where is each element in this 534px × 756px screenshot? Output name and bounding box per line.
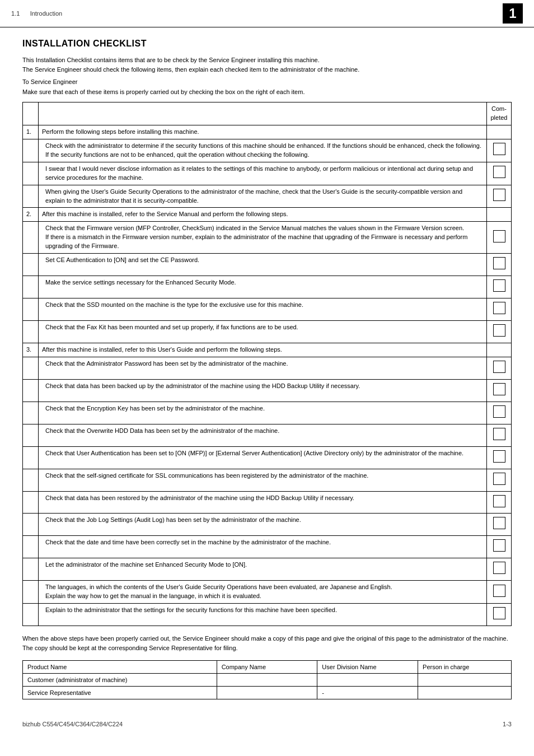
section-3-sub-5: Check that User Authentication has been … — [23, 446, 512, 469]
sub-2-5-text: Check that the Fax Kit has been mounted … — [39, 321, 487, 343]
section-3-sub-11: The languages, in which the contents of … — [23, 581, 512, 604]
sub-spacer — [23, 469, 39, 491]
sub-2-5-check — [487, 321, 512, 343]
info-person-header: Person in charge — [418, 661, 512, 674]
section-3-sub-10: Let the administrator of the machine set… — [23, 558, 512, 581]
sub-spacer — [23, 185, 39, 208]
customer-person — [418, 674, 512, 687]
make-sure-text: Make sure that each of these items is pr… — [22, 88, 512, 95]
sub-3-4-check — [487, 424, 512, 446]
sub-spacer — [23, 222, 39, 254]
section-2-header: 2. After this machine is installed, refe… — [23, 208, 512, 222]
checkbox — [493, 279, 505, 292]
section-2-num: 2. — [23, 208, 39, 222]
sub-2-2-text: Set CE Authentication to [ON] and set th… — [39, 254, 487, 276]
page-footer: bizhub C554/C454/C364/C284/C224 1-3 — [0, 716, 534, 732]
section-3-sub-4: Check that the Overwrite HDD Data has be… — [23, 424, 512, 446]
chapter-number: 1 — [503, 3, 523, 24]
sub-spacer — [23, 514, 39, 536]
sub-1-2-check — [487, 162, 512, 185]
intro-line-1: This Installation Checklist contains ite… — [22, 57, 359, 73]
service-company — [217, 687, 317, 699]
checkbox — [493, 562, 505, 574]
checkbox — [493, 539, 505, 552]
checkbox — [493, 361, 505, 373]
sub-2-4-check — [487, 298, 512, 321]
sub-3-3-text: Check that the Encryption Key has been s… — [39, 402, 487, 424]
section-2-text: After this machine is installed, refer t… — [39, 208, 487, 222]
sub-3-5-text: Check that User Authentication has been … — [39, 446, 487, 469]
sub-spacer — [23, 491, 39, 514]
sub-3-1-text: Check that the Administrator Password ha… — [39, 357, 487, 379]
sub-spacer — [23, 321, 39, 343]
service-person — [418, 687, 512, 699]
checkbox — [493, 230, 505, 242]
section-3-sub-3: Check that the Encryption Key has been s… — [23, 402, 512, 424]
section-3-sub-7: Check that data has been restored by the… — [23, 491, 512, 514]
page: 1.1 Introduction 1 INSTALLATION CHECKLIS… — [0, 0, 534, 756]
checkbox — [493, 189, 505, 201]
sub-3-5-check — [487, 446, 512, 469]
sub-3-10-text: Let the administrator of the machine set… — [39, 558, 487, 581]
model-info: bizhub C554/C454/C364/C284/C224 — [22, 721, 123, 727]
checkbox — [493, 473, 505, 485]
sub-spacer — [23, 162, 39, 185]
sub-3-7-text: Check that data has been restored by the… — [39, 491, 487, 514]
section-2-sub-4: Check that the SSD mounted on the machin… — [23, 298, 512, 321]
section-3-sub-8: Check that the Job Log Settings (Audit L… — [23, 514, 512, 536]
section-2-sub-2: Set CE Authentication to [ON] and set th… — [23, 254, 512, 276]
checkbox — [493, 143, 505, 155]
section-3-header: 3. After this machine is installed, refe… — [23, 343, 512, 357]
checkbox — [493, 324, 505, 337]
section-3-num: 3. — [23, 343, 39, 357]
info-table-service-row: Service Representative - — [23, 687, 512, 699]
checkbox — [493, 585, 505, 597]
section-title: Introduction — [30, 10, 62, 17]
to-engineer-label: To Service Engineer — [22, 78, 512, 85]
checkbox — [493, 302, 505, 314]
info-product-name-header: Product Name — [23, 661, 217, 674]
checklist-header-row: Com-pleted — [23, 102, 512, 125]
sub-spacer — [23, 536, 39, 558]
sub-3-10-check — [487, 558, 512, 581]
footer-note: When the above steps have been properly … — [22, 634, 512, 652]
sub-3-3-check — [487, 402, 512, 424]
info-table-customer-row: Customer (administrator of machine) — [23, 674, 512, 687]
sub-3-8-text: Check that the Job Log Settings (Audit L… — [39, 514, 487, 536]
intro-text: This Installation Checklist contains ite… — [22, 55, 512, 74]
sub-3-8-check — [487, 514, 512, 536]
page-title: INSTALLATION CHECKLIST — [22, 39, 512, 49]
sub-spacer — [23, 558, 39, 581]
checkbox — [493, 450, 505, 463]
info-table-header: Product Name Company Name User Division … — [23, 661, 512, 674]
sub-3-2-text: Check that data has been backed up by th… — [39, 379, 487, 402]
sub-spacer — [23, 581, 39, 604]
section-1-sub-1: Check with the administrator to determin… — [23, 139, 512, 162]
info-division-name-header: User Division Name — [317, 661, 418, 674]
section-3-sub-2: Check that data has been backed up by th… — [23, 379, 512, 402]
sub-3-9-check — [487, 536, 512, 558]
checkbox — [493, 383, 505, 395]
section-2-sub-3: Make the service settings necessary for … — [23, 276, 512, 298]
checkbox — [493, 257, 505, 269]
section-1-header: 1. Perform the following steps before in… — [23, 125, 512, 139]
checklist-table: Com-pleted 1. Perform the following step… — [22, 102, 512, 626]
sub-spacer — [23, 446, 39, 469]
checkbox — [493, 166, 505, 178]
service-rep-label: Service Representative — [23, 687, 217, 699]
sub-spacer — [23, 254, 39, 276]
sub-3-7-check — [487, 491, 512, 514]
page-header: 1.1 Introduction 1 — [0, 0, 534, 27]
section-3-text: After this machine is installed, refer t… — [39, 343, 487, 357]
sub-3-12-check — [487, 604, 512, 626]
sub-1-1-check — [487, 139, 512, 162]
checkbox — [493, 607, 505, 619]
num-header — [23, 102, 39, 125]
checkbox — [493, 495, 505, 507]
sub-2-1-check — [487, 222, 512, 254]
sub-spacer — [23, 276, 39, 298]
sub-1-3-check — [487, 185, 512, 208]
page-number: 1-3 — [503, 721, 512, 727]
sub-3-4-text: Check that the Overwrite HDD Data has be… — [39, 424, 487, 446]
section-1-check — [487, 125, 512, 139]
